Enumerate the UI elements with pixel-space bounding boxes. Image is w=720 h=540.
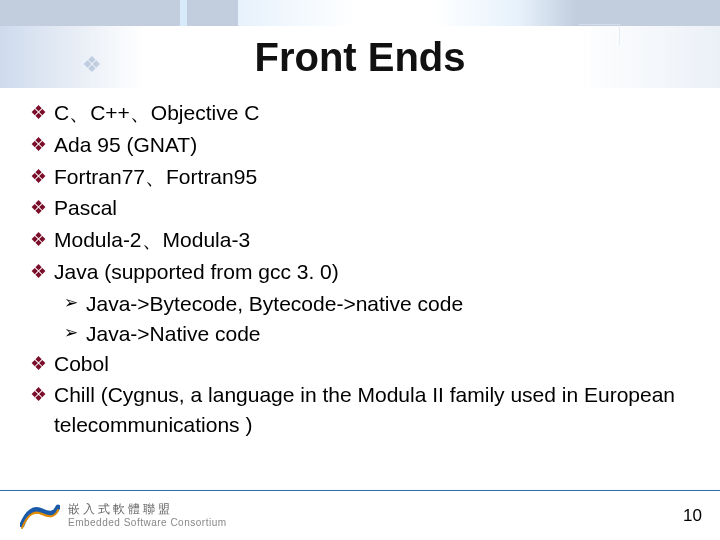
- sub-list-item: ➢ Java->Native code: [64, 319, 690, 349]
- list-item: ❖ Cobol: [30, 349, 690, 379]
- list-item: ❖ Pascal: [30, 193, 690, 223]
- list-item-text: Chill (Cygnus, a language in the Modula …: [54, 380, 690, 440]
- list-item-text: Ada 95 (GNAT): [54, 130, 690, 160]
- slide-title: Front Ends: [254, 35, 465, 80]
- list-item: ❖ Modula-2、Modula-3: [30, 225, 690, 255]
- list-item-text: Java (supported from gcc 3. 0): [54, 257, 690, 287]
- diamond-bullet-icon: ❖: [30, 130, 54, 159]
- logo-text-cn: 嵌入式軟體聯盟: [68, 503, 227, 517]
- arrow-bullet-icon: ➢: [64, 319, 86, 348]
- list-item-text: Pascal: [54, 193, 690, 223]
- list-item: ❖ Java (supported from gcc 3. 0): [30, 257, 690, 287]
- sub-list-item: ➢ Java->Bytecode, Bytecode->native code: [64, 289, 690, 319]
- diamond-bullet-icon: ❖: [30, 257, 54, 286]
- list-item: ❖ Fortran77、Fortran95: [30, 162, 690, 192]
- list-item-text: C、C++、Objective C: [54, 98, 690, 128]
- list-item: ❖ Chill (Cygnus, a language in the Modul…: [30, 380, 690, 440]
- arrow-bullet-icon: ➢: [64, 289, 86, 318]
- logo-text: 嵌入式軟體聯盟 Embedded Software Consortium: [68, 503, 227, 528]
- list-item-text: Fortran77、Fortran95: [54, 162, 690, 192]
- header-decoration: [0, 0, 720, 26]
- list-item: ❖ C、C++、Objective C: [30, 98, 690, 128]
- footer: 嵌入式軟體聯盟 Embedded Software Consortium 10: [0, 490, 720, 540]
- page-number: 10: [683, 506, 702, 526]
- diamond-bullet-icon: ❖: [30, 162, 54, 191]
- sub-item-text: Java->Native code: [86, 319, 261, 349]
- diamond-bullet-icon: ❖: [30, 225, 54, 254]
- diamond-bullet-icon: ❖: [30, 98, 54, 127]
- title-band: Front Ends: [0, 26, 720, 88]
- diamond-bullet-icon: ❖: [30, 380, 54, 409]
- list-item: ❖ Ada 95 (GNAT): [30, 130, 690, 160]
- logo: 嵌入式軟體聯盟 Embedded Software Consortium: [20, 501, 227, 531]
- list-item-text: Cobol: [54, 349, 690, 379]
- logo-text-en: Embedded Software Consortium: [68, 517, 227, 529]
- list-item-text: Modula-2、Modula-3: [54, 225, 690, 255]
- diamond-bullet-icon: ❖: [30, 193, 54, 222]
- diamond-bullet-icon: ❖: [30, 349, 54, 378]
- logo-mark-icon: [20, 501, 60, 531]
- content-area: ❖ C、C++、Objective C ❖ Ada 95 (GNAT) ❖ Fo…: [30, 98, 690, 442]
- sub-item-text: Java->Bytecode, Bytecode->native code: [86, 289, 463, 319]
